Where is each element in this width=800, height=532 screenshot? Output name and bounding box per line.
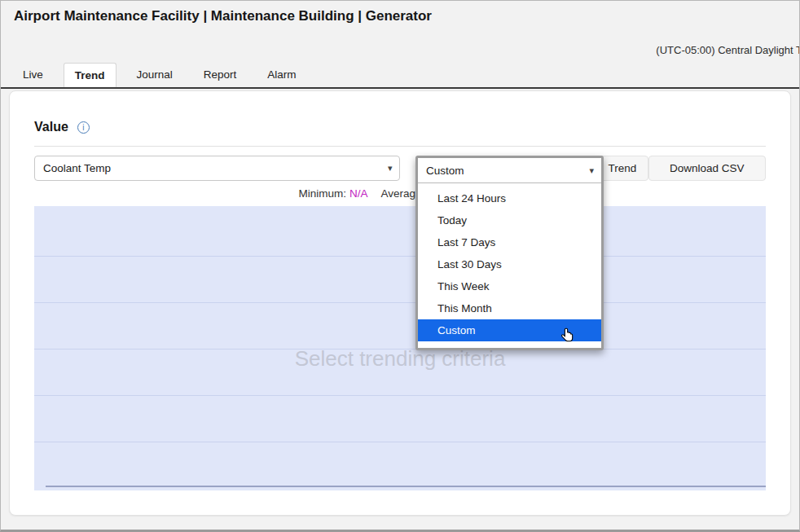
controls-row: Coolant Temp ▾ Trend Download CSV — [34, 156, 766, 181]
section-divider — [34, 146, 766, 147]
chart-gridline — [34, 395, 766, 396]
timezone-label: (UTC-05:00) Central Daylight T — [656, 44, 800, 56]
trend-button[interactable]: Trend — [596, 156, 648, 181]
chevron-down-icon: ▾ — [589, 165, 594, 176]
chart-gridline — [34, 302, 766, 303]
tab-alarm[interactable]: Alarm — [257, 63, 306, 87]
chart-area: Select trending criteria — [34, 206, 766, 490]
tab-journal[interactable]: Journal — [126, 63, 183, 87]
time-range-select-value: Custom — [426, 165, 464, 177]
menu-item-this-week[interactable]: This Week — [418, 275, 601, 297]
chart-axis-line — [46, 486, 766, 487]
tab-bar: Live Trend Journal Report Alarm — [12, 63, 317, 87]
menu-item-this-month[interactable]: This Month — [418, 297, 601, 319]
minimum-label: Minimum: — [298, 187, 346, 200]
menu-item-last-30-days[interactable]: Last 30 Days — [418, 253, 601, 275]
point-select[interactable]: Coolant Temp ▾ — [34, 156, 400, 181]
menu-item-last-24-hours[interactable]: Last 24 Hours — [418, 187, 601, 209]
menu-item-custom[interactable]: Custom — [418, 319, 601, 341]
chevron-down-icon: ▾ — [388, 163, 393, 174]
tab-trend[interactable]: Trend — [64, 63, 116, 87]
menu-item-last-7-days[interactable]: Last 7 Days — [418, 231, 601, 253]
time-range-dropdown: Custom ▾ Last 24 Hours Today Last 7 Days… — [415, 156, 604, 350]
average-label-partial: Averag — [380, 187, 415, 200]
tab-live[interactable]: Live — [12, 63, 54, 87]
time-range-select[interactable]: Custom ▾ — [418, 158, 601, 183]
download-csv-button[interactable]: Download CSV — [648, 156, 766, 181]
chart-gridline — [34, 256, 766, 257]
menu-item-today[interactable]: Today — [418, 209, 601, 231]
tab-report[interactable]: Report — [193, 63, 248, 87]
app-window: Airport Maintenance Facility | Maintenan… — [0, 0, 800, 532]
page-title: Airport Maintenance Facility | Maintenan… — [14, 8, 432, 24]
tab-underline — [1, 87, 799, 89]
minimum-value: N/A — [349, 187, 368, 200]
point-select-value: Coolant Temp — [43, 162, 111, 174]
trend-panel: Value i Coolant Temp ▾ Trend Download CS… — [9, 90, 791, 516]
cursor-hand-icon — [560, 328, 574, 344]
stats-row: Minimum:N/AAverag — [34, 187, 766, 202]
chart-placeholder-text: Select trending criteria — [34, 346, 766, 372]
time-range-menu: Last 24 Hours Today Last 7 Days Last 30 … — [418, 183, 601, 348]
section-header: Value i — [34, 119, 766, 135]
section-title: Value — [34, 120, 68, 134]
chart-gridline — [34, 442, 766, 442]
info-icon[interactable]: i — [77, 121, 90, 134]
